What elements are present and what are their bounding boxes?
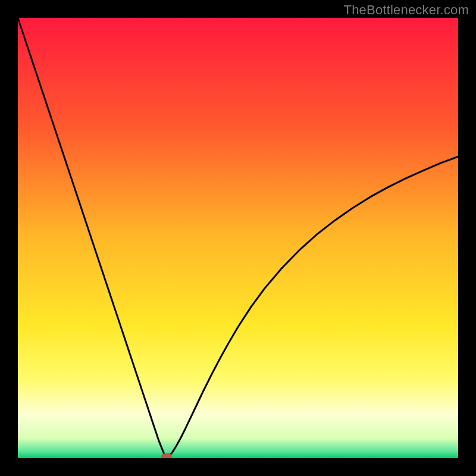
plot-area — [18, 18, 458, 458]
chart-frame: TheBottlenecker.com — [0, 0, 476, 476]
bottleneck-curve — [18, 18, 458, 458]
watermark-text: TheBottlenecker.com — [344, 2, 469, 18]
optimal-marker — [161, 453, 172, 458]
